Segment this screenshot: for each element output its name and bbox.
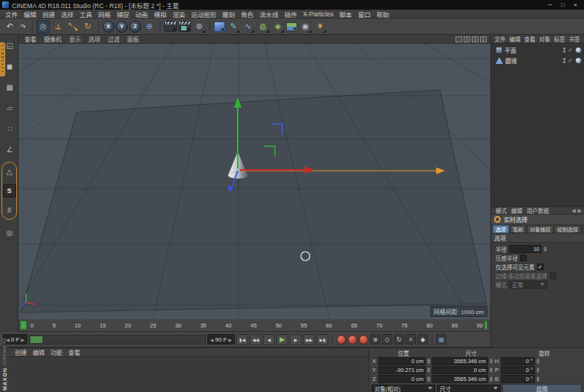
menu-file[interactable]: 文件 [2, 10, 21, 19]
visible-only-checkbox[interactable]: ✓ [537, 264, 544, 270]
tab-options[interactable]: 选项 [493, 225, 509, 233]
position-y-field[interactable]: -90.271 cm [378, 366, 426, 374]
rotation-h-field[interactable]: 0 ° [501, 357, 535, 365]
play-button[interactable]: ▶ [276, 334, 288, 345]
object-row-cone[interactable]: 圆锥 ✓ [491, 55, 584, 65]
om-menu-bookmarks[interactable]: 书签 [567, 35, 582, 43]
size-z-field[interactable]: 3565.346 cm [432, 375, 488, 383]
size-x-field[interactable]: 3565.346 cm [432, 357, 488, 365]
axis-y-button[interactable]: Y [116, 21, 128, 33]
light-icon[interactable]: ☀ [314, 20, 327, 33]
frame-decrement-icon[interactable]: ◀ [210, 337, 214, 342]
axis-z-button[interactable]: Z [129, 21, 141, 33]
history-forward-icon[interactable]: ▶ [578, 208, 582, 214]
subdivision-surface-icon[interactable]: ◍ [256, 20, 270, 33]
key-position-toggle[interactable]: ⊕ [370, 334, 380, 344]
current-frame-marker[interactable] [20, 321, 27, 330]
position-x-field[interactable]: 0 cm [378, 357, 426, 365]
position-y-spinner[interactable] [427, 368, 430, 373]
scale-icon[interactable]: ↘ [66, 20, 80, 33]
layout-single-view-icon[interactable] [455, 36, 462, 42]
layout-three-views-icon[interactable] [472, 36, 478, 42]
radius-spinner[interactable] [544, 246, 547, 252]
tab-paint-selection[interactable]: 绘制选择 [554, 225, 581, 233]
vp-menu-options[interactable]: 选项 [85, 35, 104, 43]
coordinate-mode-dropdown[interactable]: 对象(相对) [372, 385, 435, 392]
spline-icon[interactable]: ∿ [241, 20, 255, 33]
mm-menu-create[interactable]: 创建 [12, 348, 30, 356]
workplane-snap-icon[interactable]: # [3, 203, 16, 217]
goto-start-button[interactable]: ▮◀ [236, 334, 248, 345]
viewport-canvas[interactable]: 网格间距: 1000 cm [19, 44, 490, 319]
apply-button[interactable]: 应用 [502, 384, 582, 392]
enable-snap-icon[interactable]: S [3, 184, 16, 197]
goto-end-button[interactable]: ▶▮ [317, 334, 328, 345]
object-list[interactable]: 平面 ✓ 圆锥 ✓ [491, 43, 584, 206]
workplane-mode-icon[interactable]: ▱ [3, 101, 16, 114]
menu-snap[interactable]: 捕捉 [114, 10, 132, 19]
radius-input[interactable]: 10 [509, 245, 542, 253]
timeline-slider[interactable] [29, 335, 206, 344]
maximize-button[interactable]: □ [557, 1, 569, 10]
pressure-radius-checkbox[interactable] [520, 255, 527, 261]
size-y-spinner[interactable] [490, 368, 493, 373]
vp-menu-filter[interactable]: 过滤 [104, 35, 123, 43]
menu-render[interactable]: 渲染 [169, 10, 188, 19]
minimize-button[interactable]: ─ [544, 1, 557, 10]
menu-window[interactable]: 窗口 [355, 10, 374, 19]
key-parameter-toggle[interactable]: ≡ [406, 334, 416, 344]
visibility-dots[interactable] [563, 48, 565, 53]
om-menu-objects[interactable]: 对象 [537, 35, 552, 43]
key-pla-toggle[interactable]: ◆ [418, 334, 428, 344]
next-frame-button[interactable]: ▶ [290, 334, 302, 345]
plane-object[interactable] [21, 90, 487, 313]
object-row-plane[interactable]: 平面 ✓ [491, 45, 584, 55]
enabled-check-icon[interactable]: ✓ [568, 47, 573, 53]
am-menu-mode[interactable]: 模式 [493, 206, 509, 215]
layout-two-views-icon[interactable] [464, 36, 470, 42]
keyframe-selection-icon[interactable]: ▦ [436, 334, 447, 344]
mm-menu-edit[interactable]: 编辑 [30, 348, 48, 356]
menu-create[interactable]: 创建 [39, 10, 58, 19]
key-rotation-toggle[interactable]: ↻ [394, 334, 404, 344]
prev-key-button[interactable]: ◀◀ [250, 334, 262, 345]
menu-help[interactable]: 帮助 [374, 10, 392, 19]
menu-plugins[interactable]: 插件 [282, 10, 300, 19]
timeline-ruler[interactable]: 0 5 10 15 20 25 30 35 40 45 50 55 60 65 … [19, 319, 490, 332]
vp-menu-view[interactable]: 查看 [21, 35, 40, 43]
edges-mode-icon[interactable]: ∠ [3, 143, 16, 156]
autokey-button[interactable] [348, 335, 357, 344]
menu-mesh[interactable]: 网格 [95, 10, 114, 19]
menu-character[interactable]: 角色 [238, 10, 256, 19]
pen-icon[interactable]: ✎ [227, 20, 240, 33]
phong-tag-icon[interactable] [575, 57, 582, 64]
render-settings-icon[interactable]: ⊛ [192, 20, 206, 33]
end-frame-field[interactable]: ◀ 90 F ▶ [207, 334, 235, 344]
vp-menu-panel[interactable]: 面板 [123, 35, 143, 43]
tab-brush[interactable]: 笔刷 [510, 225, 526, 233]
axis-x-button[interactable]: X [103, 21, 114, 33]
am-menu-userdata[interactable]: 用户数据 [525, 206, 551, 215]
redo-icon[interactable]: ↷ [18, 20, 28, 33]
record-keyframe-button[interactable] [337, 335, 346, 344]
menu-mograph[interactable]: 运动图形 [188, 10, 219, 19]
tolerant-selection-checkbox[interactable] [550, 272, 557, 279]
om-menu-edit[interactable]: 编辑 [507, 35, 522, 43]
menu-script[interactable]: 脚本 [337, 10, 355, 19]
key-scale-toggle[interactable]: ◇ [382, 334, 392, 344]
menu-pipeline[interactable]: 流水线 [256, 10, 282, 19]
rotation-h-spinner[interactable] [536, 359, 539, 364]
mm-menu-function[interactable]: 功能 [48, 348, 65, 356]
menu-animate[interactable]: 动画 [132, 10, 151, 19]
polygons-mode-icon[interactable]: △ [3, 165, 16, 178]
rotation-b-field[interactable]: 0 ° [501, 375, 535, 383]
coordinate-system-icon[interactable]: ⊕ [143, 20, 156, 33]
om-menu-file[interactable]: 文件 [493, 35, 507, 43]
om-menu-view[interactable]: 查看 [522, 35, 537, 43]
size-mode-dropdown[interactable]: 尺寸 [437, 385, 501, 392]
menu-tools[interactable]: 工具 [77, 10, 95, 19]
mm-menu-view[interactable]: 查看 [65, 348, 83, 356]
tab-object-snap[interactable]: 对象捕捉 [527, 225, 554, 233]
position-z-spinner[interactable] [427, 376, 430, 382]
docked-palette-tab[interactable] [0, 42, 5, 76]
